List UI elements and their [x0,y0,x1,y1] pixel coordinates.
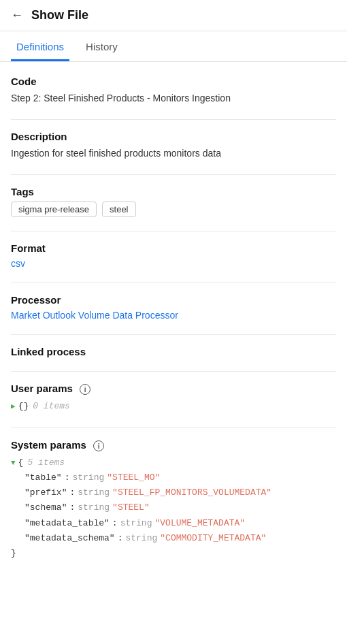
tag-0: sigma pre-release [11,202,97,217]
divider-3 [11,231,336,231]
divider-4 [11,283,336,283]
param-row-0: "table" : string "STEEL_MO" [24,470,336,485]
divider-2 [11,174,336,175]
header: ← Show File [0,0,347,31]
description-value: Ingestion for steel finished products mo… [11,146,336,161]
code-label: Code [11,76,336,87]
system-params-info-icon[interactable]: i [93,440,104,451]
divider-7 [11,428,336,428]
tags-container: sigma pre-release steel [11,202,336,217]
tab-definitions[interactable]: Definitions [11,31,69,61]
definitions-content: Code Step 2: Steel Finished Products - M… [0,62,347,588]
section-user-params: User params i ▶ {} 0 items [11,383,336,414]
system-params-toggle[interactable]: ▼ [11,457,16,470]
user-params-toggle[interactable]: ▶ [11,400,16,413]
format-label: Format [11,242,336,254]
linked-process-label: Linked process [11,346,336,357]
back-button[interactable]: ← [11,8,23,22]
format-value[interactable]: csv [11,258,336,269]
tabs-bar: Definitions History [0,31,347,62]
tab-history[interactable]: History [80,31,123,61]
processor-label: Processor [11,294,336,306]
section-processor: Processor Market Outlook Volume Data Pro… [11,294,336,321]
tags-label: Tags [11,186,336,197]
system-params-entries: "table" : string "STEEL_MO" "prefix" : s… [24,470,336,545]
section-format: Format csv [11,242,336,269]
section-linked-process: Linked process [11,346,336,357]
code-value: Step 2: Steel Finished Products - Monito… [11,91,336,106]
divider-5 [11,334,336,335]
tag-1: steel [102,202,135,217]
divider-1 [11,119,336,120]
param-row-1: "prefix" : string "STEEL_FP_MONITORS_VOL… [24,485,336,500]
section-code: Code Step 2: Steel Finished Products - M… [11,76,336,106]
user-params-tree: ▶ {} 0 items [11,399,336,414]
description-label: Description [11,131,336,142]
system-params-count: 5 items [27,455,65,470]
section-description: Description Ingestion for steel finished… [11,131,336,161]
param-row-4: "metadata_schema" : string "COMMODITY_ME… [24,531,336,546]
user-params-count: 0 items [33,399,70,414]
divider-6 [11,371,336,372]
param-row-3: "metadata_table" : string "VOLUME_METADA… [24,516,336,531]
user-params-label: User params i [11,383,336,395]
processor-value[interactable]: Market Outlook Volume Data Processor [11,310,336,321]
section-tags: Tags sigma pre-release steel [11,186,336,217]
page-title: Show File [31,8,88,22]
user-params-info-icon[interactable]: i [80,384,90,395]
system-params-tree: ▼ { 5 items "table" : string "STEEL_MO" … [11,455,336,561]
param-row-2: "schema" : string "STEEL" [24,500,336,515]
system-params-label: System params i [11,439,336,451]
section-system-params: System params i ▼ { 5 items "table" : st… [11,439,336,561]
